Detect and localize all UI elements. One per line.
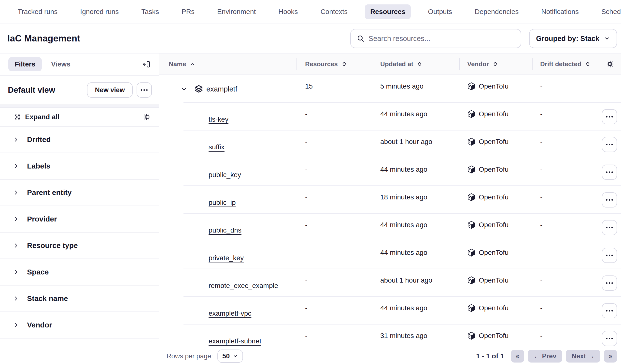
filter-section-space[interactable]: Space xyxy=(0,259,159,285)
chevron-right-icon xyxy=(13,269,19,275)
resource-link[interactable]: private_key xyxy=(208,254,244,262)
filter-section-parent-entity[interactable]: Parent entity xyxy=(0,180,159,206)
collapse-group-chevron-down-icon[interactable] xyxy=(180,85,188,93)
row-menu-button[interactable] xyxy=(602,248,617,263)
resource-link[interactable]: public_ip xyxy=(208,199,236,206)
ellipsis-icon xyxy=(141,89,148,91)
sidebar-gear-icon[interactable] xyxy=(143,113,150,121)
resources-count: - xyxy=(296,193,372,201)
nav-tab-prs[interactable]: PRs xyxy=(176,4,200,19)
nav-tab-hooks[interactable]: Hooks xyxy=(273,4,303,19)
column-header-updated-at[interactable]: Updated at xyxy=(372,53,459,75)
nav-tab-tracked-runs[interactable]: Tracked runs xyxy=(12,4,63,19)
nav-tab-contexts[interactable]: Contexts xyxy=(315,4,353,19)
vendor: OpenTofu xyxy=(459,165,532,174)
table-settings-gear-icon[interactable] xyxy=(606,60,614,68)
collapse-sidebar-icon[interactable] xyxy=(142,60,150,68)
grouped-by-dropdown[interactable]: Grouped by: Stack xyxy=(529,29,617,48)
tab-filters[interactable]: Filters xyxy=(8,57,42,71)
resource-link[interactable]: suffix xyxy=(208,143,224,151)
nav-tab-notifications[interactable]: Notifications xyxy=(536,4,584,19)
chevron-right-icon xyxy=(13,242,19,249)
vendor: OpenTofu xyxy=(459,138,532,146)
nav-tab-ignored-runs[interactable]: Ignored runs xyxy=(75,4,124,19)
filter-section-stack-name[interactable]: Stack name xyxy=(0,285,159,312)
row-menu-button[interactable] xyxy=(602,165,617,180)
chevron-down-icon xyxy=(233,353,238,359)
column-header-name[interactable]: Name xyxy=(159,53,296,75)
updated-at: 44 minutes ago xyxy=(372,221,459,229)
table-footer: Rows per page: 50 1 - 1 of 1 « ← Prev Ne… xyxy=(159,348,621,364)
search-input[interactable] xyxy=(368,35,515,43)
column-header-vendor[interactable]: Vendor xyxy=(459,53,532,75)
sort-icon xyxy=(417,61,423,67)
updated-at: 31 minutes ago xyxy=(372,332,459,340)
nav-tab-environment[interactable]: Environment xyxy=(212,4,261,19)
prev-page-button[interactable]: ← Prev xyxy=(528,350,562,363)
expand-all-control[interactable]: Expand all xyxy=(0,108,159,127)
new-view-button[interactable]: New view xyxy=(87,82,133,98)
opentofu-icon xyxy=(467,304,476,312)
nav-tab-dependencies[interactable]: Dependencies xyxy=(469,4,524,19)
resource-link[interactable]: remote_exec_example xyxy=(208,282,278,290)
header-controls: Grouped by: Stack xyxy=(350,29,617,48)
filter-section-labels[interactable]: Labels xyxy=(0,153,159,180)
resource-link[interactable]: public_key xyxy=(208,171,241,179)
column-header-resources[interactable]: Resources xyxy=(296,53,372,75)
table-row: public_dns - 44 minutes ago OpenTofu - xyxy=(159,214,621,241)
resource-link[interactable]: public_dns xyxy=(208,226,242,234)
search-box[interactable] xyxy=(350,29,521,48)
updated-at: 44 minutes ago xyxy=(372,304,459,312)
first-page-button[interactable]: « xyxy=(511,350,524,363)
table-row: public_ip - 18 minutes ago OpenTofu - xyxy=(159,186,621,214)
resources-count: - xyxy=(296,276,372,284)
resource-link[interactable]: exampletf-subnet xyxy=(208,337,261,345)
opentofu-icon xyxy=(467,165,476,174)
iac-management-page: Tracked runs Ignored runs Tasks PRs Envi… xyxy=(0,0,621,364)
row-menu-button[interactable] xyxy=(602,275,617,291)
tab-views[interactable]: Views xyxy=(45,57,77,71)
filter-section-provider[interactable]: Provider xyxy=(0,206,159,233)
view-row: Default view New view xyxy=(0,76,159,105)
filter-section-resource-type[interactable]: Resource type xyxy=(0,233,159,259)
opentofu-icon xyxy=(467,221,476,229)
resources-count: - xyxy=(296,166,372,174)
next-page-button[interactable]: Next → xyxy=(566,350,600,363)
rows-per-page-label: Rows per page: xyxy=(167,352,213,360)
rows-per-page-select[interactable]: 50 xyxy=(217,349,243,363)
chevron-right-icon xyxy=(13,136,19,143)
table-row-group-exampletf[interactable]: exampletf 15 5 minutes ago OpenTofu - xyxy=(159,75,621,103)
group-updated-at: 5 minutes ago xyxy=(372,82,459,90)
filter-section-vendor[interactable]: Vendor xyxy=(0,312,159,338)
resource-link[interactable]: tls-key xyxy=(208,115,228,123)
resources-table: Name Resources Updated at Vendor Drift d… xyxy=(159,53,621,364)
view-more-button[interactable] xyxy=(137,82,152,98)
resources-count: - xyxy=(296,249,372,256)
sort-icon xyxy=(341,61,347,67)
resources-count: - xyxy=(296,110,372,118)
row-menu-button[interactable] xyxy=(602,109,617,124)
vendor: OpenTofu xyxy=(459,110,532,118)
stack-layers-icon xyxy=(194,85,203,94)
nav-tab-tasks[interactable]: Tasks xyxy=(136,4,165,19)
nav-tab-outputs[interactable]: Outputs xyxy=(423,4,457,19)
table-row: exampletf-vpc - 44 minutes ago OpenTofu … xyxy=(159,297,621,325)
group-drift-detected: - xyxy=(532,82,621,90)
row-menu-button[interactable] xyxy=(602,137,617,152)
expand-all-label: Expand all xyxy=(25,113,59,121)
last-page-button[interactable]: » xyxy=(604,350,617,363)
filter-section-drifted[interactable]: Drifted xyxy=(0,127,159,153)
table-row: remote_exec_example - about 1 hour ago O… xyxy=(159,269,621,297)
page-title: IaC Management xyxy=(7,33,80,44)
group-name: exampletf xyxy=(206,85,237,93)
vendor: OpenTofu xyxy=(459,304,532,312)
nav-tab-scheduling[interactable]: Scheduling xyxy=(596,4,621,19)
row-menu-button[interactable] xyxy=(602,220,617,235)
resource-link[interactable]: exampletf-vpc xyxy=(208,310,251,317)
row-menu-button[interactable] xyxy=(602,331,617,346)
nav-tab-resources[interactable]: Resources xyxy=(365,4,411,19)
resources-count: - xyxy=(296,138,372,146)
row-menu-button[interactable] xyxy=(602,192,617,207)
row-menu-button[interactable] xyxy=(602,303,617,318)
vendor: OpenTofu xyxy=(459,221,532,229)
